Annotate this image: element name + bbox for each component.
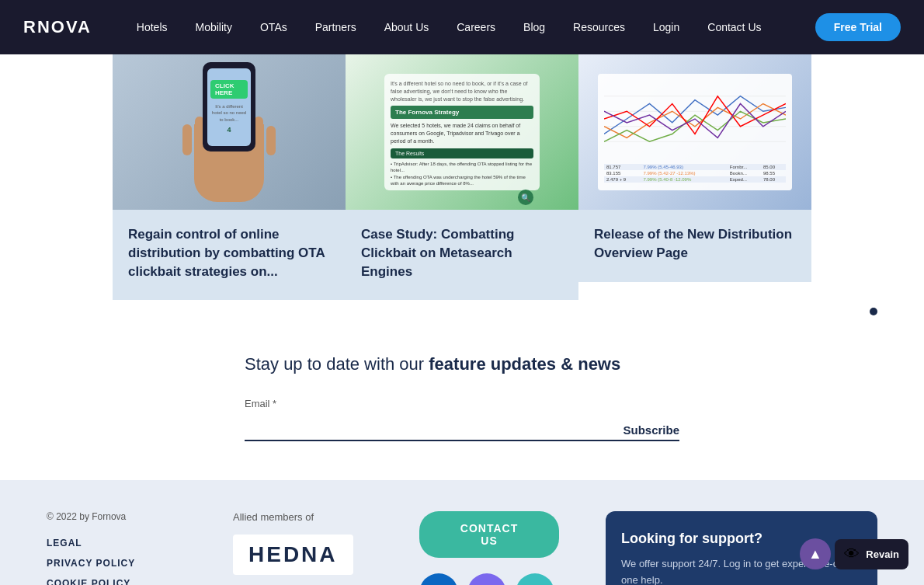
chart-svg [604, 80, 786, 158]
nav-contact[interactable]: Contact Us [693, 0, 775, 54]
social-icons [419, 573, 575, 585]
nav-resources[interactable]: Resources [559, 0, 639, 54]
revain-text: Revain [866, 548, 899, 560]
hedna-text: HEDNA [248, 542, 338, 566]
card-2-image: It's a different hotel so no need to boo… [346, 54, 578, 210]
nav-blog[interactable]: Blog [509, 0, 559, 54]
nav-about[interactable]: About Us [370, 0, 443, 54]
free-trial-button[interactable]: Free Trial [815, 13, 901, 41]
navigation: RNOVA Hotels Mobility OTAs Partners Abou… [0, 0, 924, 54]
results-box: The Results [391, 148, 533, 158]
revain-icon: 👁 [844, 545, 860, 563]
subscribe-button[interactable]: Subscribe [623, 423, 679, 437]
nav-mobility[interactable]: Mobility [182, 0, 246, 54]
main-content: CLICK HERE It's a different hotel so no … [0, 0, 924, 480]
twitter-icon[interactable] [467, 573, 506, 585]
footer-link-privacy[interactable]: PRIVACY POLICY [47, 558, 202, 569]
footer-legal-col: © 2022 by Fornova LEGAL PRIVACY POLICY C… [47, 511, 202, 585]
nav-careers[interactable]: Careers [443, 0, 509, 54]
strategy-title: The Fornova Strategy [391, 106, 533, 119]
contact-us-button[interactable]: CONTACT US [419, 511, 559, 558]
newsletter-section: Stay up to date with our feature updates… [229, 323, 695, 480]
card-3-body: Release of the New Distribution Overview… [578, 210, 811, 282]
card-1-title: Regain control of online distribution by… [128, 225, 330, 280]
card-1[interactable]: CLICK HERE It's a different hotel so no … [113, 54, 346, 300]
infographic: It's a different hotel so no need to boo… [384, 74, 540, 190]
newsletter-title-bold: feature updates & news [429, 354, 620, 374]
revain-widget[interactable]: 👁 Revain [835, 539, 908, 569]
footer-allied-col: Allied members of HEDNA H hsmai Hospital… [233, 511, 388, 585]
click-here-badge: CLICK HERE [210, 80, 248, 99]
form-row: Subscribe [245, 413, 679, 441]
card-1-body: Regain control of online distribution by… [113, 210, 346, 300]
chart: 81.757 7.99% (5.45-46.93) Fornbr... 85.0… [598, 74, 792, 190]
logo[interactable]: RNOVA [23, 17, 92, 37]
phone-in-hand: CLICK HERE It's a different hotel so no … [151, 66, 307, 198]
cards-section: CLICK HERE It's a different hotel so no … [0, 54, 924, 300]
hedna-logo: HEDNA [233, 535, 353, 575]
card-2[interactable]: It's a different hotel so no need to boo… [346, 54, 578, 300]
email-label: Email * [245, 398, 679, 409]
copyright: © 2022 by Fornova [47, 511, 202, 522]
linkedin-icon[interactable] [419, 573, 458, 585]
footer-inner: © 2022 by Fornova LEGAL PRIVACY POLICY C… [0, 511, 924, 585]
nav-links: Hotels Mobility OTAs Partners About Us C… [123, 0, 800, 54]
card-1-image: CLICK HERE It's a different hotel so no … [113, 54, 346, 210]
footer-contact-col: CONTACT US [419, 511, 575, 585]
newsletter-title: Stay up to date with our feature updates… [245, 354, 679, 374]
nav-partners[interactable]: Partners [301, 0, 370, 54]
newsletter-form: Email * Subscribe [245, 398, 679, 441]
pagination [0, 300, 924, 323]
pagination-dot[interactable] [870, 308, 877, 315]
nav-otas[interactable]: OTAs [246, 0, 301, 54]
back-to-top-button[interactable]: ▲ [800, 538, 831, 569]
card-3-title: Release of the New Distribution Overview… [594, 225, 796, 263]
chevron-up-icon: ▲ [808, 546, 822, 562]
allied-title: Allied members of [233, 511, 388, 523]
card-2-body: Case Study: Combatting Clickbait on Meta… [346, 210, 578, 300]
facebook-icon[interactable] [516, 573, 554, 585]
card-2-title: Case Study: Combatting Clickbait on Meta… [361, 225, 563, 280]
card-3-image: 81.757 7.99% (5.45-46.93) Fornbr... 85.0… [578, 54, 811, 210]
footer-link-cookie[interactable]: COOKIE POLICY [47, 578, 202, 585]
footer-link-legal[interactable]: LEGAL [47, 538, 202, 548]
nav-login[interactable]: Login [639, 0, 693, 54]
email-input[interactable] [245, 413, 679, 441]
card-3[interactable]: 81.757 7.99% (5.45-46.93) Fornbr... 85.0… [578, 54, 811, 300]
footer: © 2022 by Fornova LEGAL PRIVACY POLICY C… [0, 480, 924, 585]
nav-hotels[interactable]: Hotels [123, 0, 182, 54]
